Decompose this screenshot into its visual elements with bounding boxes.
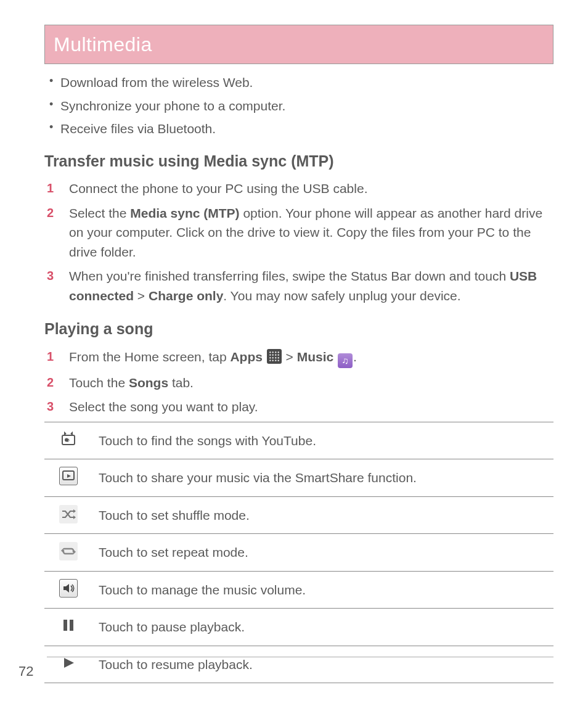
- manual-page: Multimedia Download from the wireless We…: [0, 0, 588, 683]
- step-text: >: [282, 350, 297, 364]
- icon-cell: [44, 459, 92, 497]
- shuffle-icon: [59, 505, 78, 523]
- step-text: tab.: [168, 376, 194, 390]
- step-text: .: [353, 350, 357, 364]
- bold-text: Charge only: [149, 289, 223, 303]
- volume-icon: [59, 579, 78, 597]
- player-buttons-table: ♪ Touch to find the songs with YouTube. …: [44, 422, 553, 684]
- youtube-find-icon: ♪: [59, 429, 78, 448]
- step-text: Touch the: [69, 376, 129, 390]
- svg-text:♪: ♪: [67, 437, 70, 443]
- heading-transfer-music: Transfer music using Media sync (MTP): [44, 150, 553, 173]
- svg-rect-10: [70, 620, 73, 631]
- table-row: Touch to share your music via the SmartS…: [44, 459, 553, 497]
- bold-text: Music: [297, 350, 334, 364]
- svg-marker-3: [67, 474, 71, 478]
- icon-description: Touch to pause playback.: [92, 609, 553, 646]
- icon-cell: [44, 496, 92, 534]
- step-text: Select the: [69, 206, 130, 220]
- bullet-item: Synchronize your phone to a computer.: [49, 96, 553, 116]
- icon-description: Touch to share your music via the SmartS…: [92, 459, 553, 497]
- step-text: From the Home screen, tap: [69, 350, 230, 364]
- step-text: >: [134, 289, 149, 303]
- music-icon: ♫: [338, 353, 353, 368]
- svg-rect-9: [63, 620, 67, 631]
- footer-rule: [47, 657, 553, 657]
- icon-cell: [44, 571, 92, 609]
- icon-description: Touch to set repeat mode.: [92, 534, 553, 572]
- bullet-item: Receive files via Bluetooth.: [49, 119, 553, 139]
- bold-text: Apps: [230, 350, 263, 364]
- bold-text: Songs: [129, 376, 168, 390]
- svg-marker-6: [61, 548, 63, 553]
- page-title: Multimedia: [54, 30, 544, 59]
- apps-icon: [267, 349, 282, 364]
- table-row: Touch to set repeat mode.: [44, 534, 553, 572]
- table-row: Touch to set shuffle mode.: [44, 496, 553, 534]
- step-item: Select the song you want to play.: [44, 397, 553, 417]
- step-item: When you're finished transferring files,…: [44, 266, 553, 305]
- smartshare-icon: [59, 467, 78, 485]
- svg-marker-8: [63, 584, 69, 593]
- section-header-band: Multimedia: [44, 25, 553, 64]
- table-row: Touch to pause playback.: [44, 609, 553, 646]
- step-item: From the Home screen, tap Apps > Music ♫…: [44, 347, 553, 368]
- step-text: Connect the phone to your PC using the U…: [69, 181, 367, 195]
- steps-playing-song: From the Home screen, tap Apps > Music ♫…: [44, 347, 553, 417]
- step-text: . You may now safely unplug your device.: [223, 289, 460, 303]
- page-number: 72: [16, 661, 553, 681]
- step-item: Touch the Songs tab.: [44, 373, 553, 393]
- icon-description: Touch to manage the music volume.: [92, 571, 553, 609]
- heading-playing-song: Playing a song: [44, 318, 553, 341]
- svg-marker-5: [73, 515, 76, 519]
- repeat-icon: [59, 542, 78, 560]
- steps-transfer-music: Connect the phone to your PC using the U…: [44, 179, 553, 305]
- svg-marker-7: [73, 549, 76, 554]
- icon-cell: [44, 534, 92, 572]
- step-item: Connect the phone to your PC using the U…: [44, 179, 553, 199]
- table-row: Touch to manage the music volume.: [44, 571, 553, 609]
- icon-cell: ♪: [44, 422, 92, 459]
- step-item: Select the Media sync (MTP) option. Your…: [44, 203, 553, 262]
- step-text: When you're finished transferring files,…: [69, 269, 510, 283]
- pause-icon: [59, 616, 78, 634]
- table-row: ♪ Touch to find the songs with YouTube.: [44, 422, 553, 459]
- step-text: Select the song you want to play.: [69, 400, 258, 414]
- intro-bullets: Download from the wireless Web. Synchron…: [44, 73, 553, 139]
- icon-description: Touch to find the songs with YouTube.: [92, 422, 553, 459]
- bold-text: Media sync (MTP): [130, 206, 239, 220]
- page-footer: 72: [16, 657, 553, 681]
- svg-marker-4: [73, 509, 76, 513]
- icon-cell: [44, 609, 92, 646]
- icon-description: Touch to set shuffle mode.: [92, 496, 553, 534]
- bullet-item: Download from the wireless Web.: [49, 73, 553, 92]
